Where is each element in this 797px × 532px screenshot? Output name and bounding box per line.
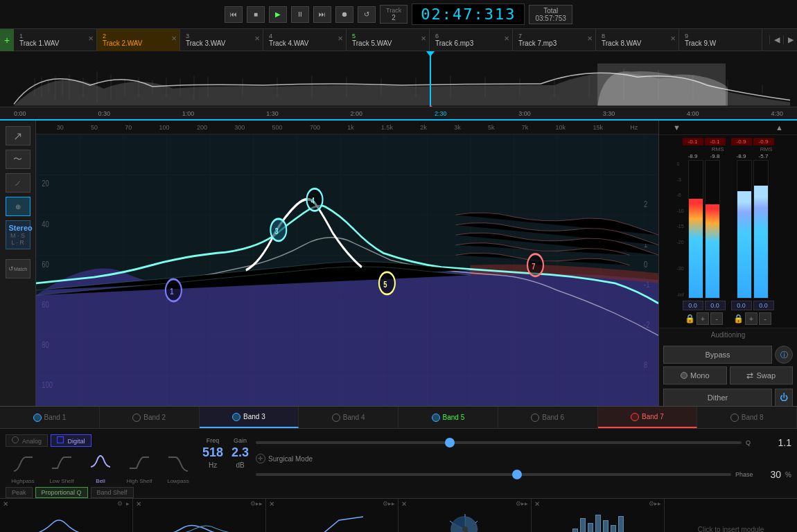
- phase-slider-thumb[interactable]: [512, 470, 522, 479]
- settings-maximizer[interactable]: ⚙: [649, 500, 654, 507]
- filter-lowpass[interactable]: Lowpass: [161, 450, 195, 484]
- settings-equalizer[interactable]: ⚙: [117, 500, 123, 507]
- module-exciter[interactable]: ✕ ⚙ ▸▸ ⏻ Exciter: [133, 499, 266, 532]
- tool-pointer[interactable]: ↗: [6, 126, 30, 145]
- bypass-power-icon[interactable]: ⓘ: [775, 346, 793, 364]
- eq-display[interactable]: 30 50 70 100 200 300 500 700 1k 1.5k 2k …: [36, 121, 658, 406]
- lock-right[interactable]: 🔒: [733, 314, 744, 323]
- close-tab-8[interactable]: ✕: [670, 35, 676, 42]
- analog-btn[interactable]: Analog: [6, 434, 48, 447]
- expand-exciter[interactable]: ▸▸: [256, 500, 263, 507]
- track-tab-7[interactable]: 7 Track 7.mp3 ✕: [513, 29, 596, 51]
- module-equalizer[interactable]: ✕ ⚙ ▸ ⏻ Equalizer: [0, 499, 133, 532]
- expand-imager[interactable]: ▸▸: [521, 500, 528, 507]
- btn-play[interactable]: ▶: [269, 6, 287, 23]
- close-maximizer[interactable]: ✕: [534, 500, 540, 508]
- mono-btn[interactable]: Mono: [663, 366, 727, 384]
- band-tab-5[interactable]: Band 5: [398, 407, 498, 428]
- close-tab-4[interactable]: ✕: [338, 35, 343, 42]
- band-shelf-btn[interactable]: Band Shelf: [91, 487, 134, 498]
- bypass-btn[interactable]: Bypass: [663, 346, 772, 364]
- exciter-visual: [133, 508, 265, 532]
- meter-plus[interactable]: +: [697, 312, 709, 325]
- filter-lowshelf[interactable]: Low Shelf: [44, 450, 79, 484]
- band-tab-6[interactable]: Band 6: [498, 407, 598, 428]
- module-imager[interactable]: ✕ ⚙ ▸▸: [398, 499, 532, 532]
- close-tab-1[interactable]: ✕: [88, 35, 94, 42]
- eq-chart[interactable]: 20 40 60 60 80 100 2 1 0 -1 -2 8: [36, 134, 658, 406]
- btn-record[interactable]: ⏺: [335, 6, 353, 23]
- close-tab-2[interactable]: ✕: [171, 35, 177, 42]
- insert-module-btn[interactable]: Click to insert module: [665, 499, 797, 532]
- proportional-q-btn[interactable]: Proportional Q: [35, 487, 88, 498]
- track-nav-right[interactable]: ▶: [783, 35, 797, 44]
- expand-maximizer[interactable]: ▸▸: [654, 500, 661, 507]
- freq-value[interactable]: 518: [202, 445, 223, 460]
- btn-pause[interactable]: ⏸: [291, 6, 309, 23]
- close-equalizer[interactable]: ✕: [3, 500, 8, 508]
- tool-wave[interactable]: 〜: [6, 150, 30, 169]
- q-slider-thumb[interactable]: [445, 438, 455, 447]
- btn-rewind[interactable]: ⏮: [225, 6, 243, 23]
- btn-stop[interactable]: ■: [247, 6, 265, 23]
- module-maximizer[interactable]: ✕ ⚙ ▸▸ ⏻ Maximizer: [532, 499, 665, 532]
- band-tab-1[interactable]: Band 1: [0, 407, 100, 428]
- track-tab-9[interactable]: 9 Track 9.W: [679, 29, 762, 51]
- filter-bell[interactable]: Bell: [83, 450, 118, 484]
- meter-minus[interactable]: -: [710, 312, 723, 325]
- q-slider-track[interactable]: [256, 441, 742, 444]
- module-dynamics[interactable]: ✕ ⚙ ▸▸ ⏻ Dynamics: [266, 499, 399, 532]
- waveform-area[interactable]: 0:00 0:30 1:00 1:30 2:00 2:30 3:00 3:30 …: [0, 51, 797, 121]
- track-nav-left[interactable]: ◀: [769, 35, 783, 44]
- band-tab-4[interactable]: Band 4: [299, 407, 398, 428]
- track-tab-4[interactable]: 4 Track 4.WAV ✕: [263, 29, 347, 51]
- close-dynamics[interactable]: ✕: [269, 500, 274, 508]
- filter-type-section: Analog Digital Highpass: [6, 434, 195, 493]
- band-tab-3[interactable]: Band 3: [200, 407, 299, 428]
- gain-value[interactable]: 2.3: [231, 445, 249, 460]
- meter2-minus[interactable]: -: [759, 312, 771, 325]
- track-tab-5[interactable]: 5 Track 5.WAV ✕: [347, 29, 430, 51]
- digital-btn[interactable]: Digital: [51, 434, 91, 447]
- filter-highshelf[interactable]: High Shelf: [122, 450, 157, 484]
- peak-btn[interactable]: Peak: [6, 487, 33, 498]
- btn-forward[interactable]: ⏭: [313, 6, 331, 23]
- meter-down-arrow[interactable]: ▼: [673, 123, 681, 132]
- dither-btn[interactable]: Dither: [663, 389, 772, 407]
- filter-highpass[interactable]: Highpass: [6, 450, 40, 484]
- close-exciter[interactable]: ✕: [136, 500, 141, 508]
- track-tab-1[interactable]: 1 Track 1.WAV ✕: [14, 29, 97, 51]
- track-tab-3[interactable]: 3 Track 3.WAV ✕: [180, 29, 263, 51]
- stereo-mode[interactable]: Stereo M · S L · R: [6, 220, 30, 249]
- tool-matching[interactable]: ↺Match: [6, 259, 30, 278]
- close-tab-3[interactable]: ✕: [254, 35, 260, 42]
- settings-dynamics[interactable]: ⚙: [383, 500, 388, 507]
- band-tab-2[interactable]: Band 2: [100, 407, 200, 428]
- close-tab-7[interactable]: ✕: [587, 35, 593, 42]
- track-tab-2[interactable]: 2 Track 2.WAV ✕: [97, 29, 180, 51]
- btn-loop[interactable]: ↺: [358, 6, 376, 23]
- band-tab-7[interactable]: Band 7: [598, 407, 698, 428]
- track-tab-6[interactable]: 6 Track 6.mp3 ✕: [430, 29, 513, 51]
- tool-stereo[interactable]: ⊕: [6, 197, 30, 216]
- time-130: 1:30: [266, 110, 279, 117]
- dither-power-btn[interactable]: ⏻: [775, 389, 793, 407]
- expand-equalizer[interactable]: ▸: [126, 500, 130, 507]
- meter-up-arrow[interactable]: ▲: [776, 123, 783, 132]
- lock-left[interactable]: 🔒: [685, 314, 695, 323]
- expand-dynamics[interactable]: ▸▸: [388, 500, 395, 507]
- close-tab-5[interactable]: ✕: [421, 35, 426, 42]
- add-track-btn[interactable]: +: [0, 29, 14, 51]
- meter2-plus[interactable]: +: [745, 312, 757, 325]
- time-ruler: 0:00 0:30 1:00 1:30 2:00 2:30 3:00 3:30 …: [0, 107, 797, 119]
- band-tab-8[interactable]: Band 8: [697, 407, 797, 428]
- close-tab-6[interactable]: ✕: [504, 35, 509, 42]
- swap-btn[interactable]: ⇄ Swap: [730, 366, 794, 384]
- settings-exciter[interactable]: ⚙: [250, 500, 256, 507]
- tool-line[interactable]: ⟋: [6, 173, 30, 193]
- phase-slider-track[interactable]: [256, 473, 731, 476]
- settings-imager[interactable]: ⚙: [516, 500, 521, 507]
- surgical-mode-btn[interactable]: ✛ Surgical Mode: [256, 454, 791, 463]
- track-tab-8[interactable]: 8 Track 8.WAV ✕: [596, 29, 679, 51]
- close-imager[interactable]: ✕: [401, 500, 407, 508]
